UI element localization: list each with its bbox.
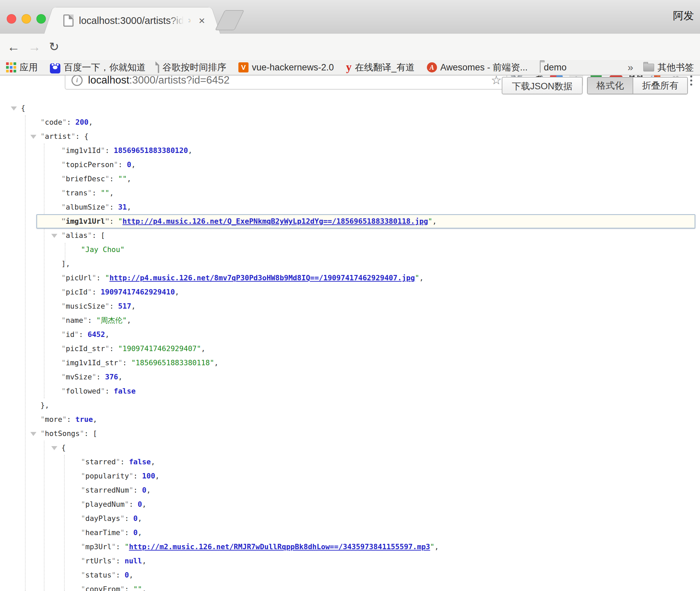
- other-bookmarks-label: 其他书签: [658, 61, 694, 73]
- json-token: ],: [61, 259, 70, 268]
- json-url-link[interactable]: http://m2.music.126.net/RMJR7wDullRqppBk…: [129, 542, 430, 551]
- json-token: code: [45, 118, 62, 126]
- json-token: rtUrls: [85, 557, 112, 565]
- json-token: ": [430, 542, 435, 551]
- json-line: "briefDesc": "",: [0, 172, 700, 186]
- minimize-window-button[interactable]: [22, 14, 31, 24]
- json-token: ": [61, 203, 66, 211]
- collapse-toggle-icon[interactable]: [51, 446, 57, 450]
- profile-name[interactable]: 阿发: [673, 9, 694, 23]
- json-token: img1v1Id_str: [66, 359, 118, 367]
- json-token: img1v1Url: [66, 217, 105, 225]
- json-token: ": [81, 458, 85, 466]
- json-token: ": [105, 274, 109, 282]
- json-token: playedNum: [85, 500, 125, 508]
- json-line: "topicPerson": 0,: [0, 158, 700, 172]
- close-window-button[interactable]: [7, 14, 16, 24]
- other-bookmarks-button[interactable]: 其他书签: [643, 61, 694, 73]
- folder-icon: [643, 64, 654, 71]
- json-token: ,: [151, 458, 155, 466]
- json-token: 517: [118, 302, 131, 310]
- forward-icon[interactable]: →: [25, 34, 44, 60]
- json-line: "musicSize": 517,: [0, 299, 700, 313]
- json-token: ": [61, 146, 66, 155]
- json-url-link[interactable]: http://p4.music.126.net/8mv7qP30Pd3oHW8b…: [109, 274, 415, 282]
- json-token: 6452: [88, 330, 105, 339]
- json-token: ": [112, 571, 116, 579]
- json-token: ,: [146, 486, 151, 494]
- bookmark-item-4[interactable]: Vvue-hackernews-2.0: [238, 62, 334, 73]
- json-token: 0: [133, 514, 138, 523]
- reload-icon[interactable]: ↻: [45, 34, 63, 60]
- bookmark-item-6[interactable]: AAwesomes - 前端资...: [427, 61, 528, 73]
- url-path: :3000/artists?id=6452: [129, 74, 229, 86]
- collapse-all-button[interactable]: 折叠所有: [633, 77, 687, 94]
- json-line: "name": "周杰伦",: [0, 313, 700, 328]
- tab-close-icon[interactable]: ×: [199, 15, 205, 26]
- json-token: :: [118, 160, 127, 169]
- json-token: :: [92, 231, 101, 240]
- json-token: ,: [142, 500, 146, 508]
- json-token: copyFrom: [85, 585, 120, 591]
- json-token: false: [129, 458, 151, 466]
- json-token: ": [114, 160, 118, 169]
- bookmark-item-5[interactable]: y在线翻译_有道: [346, 61, 415, 73]
- collapse-toggle-icon[interactable]: [51, 234, 57, 238]
- json-token: ": [81, 542, 85, 551]
- json-token: ": [61, 330, 66, 339]
- page-info-icon[interactable]: i: [71, 75, 83, 86]
- back-icon[interactable]: ←: [4, 34, 23, 60]
- browser-menu-icon[interactable]: [690, 75, 692, 86]
- json-token: popularity: [85, 472, 129, 480]
- zoom-window-button[interactable]: [36, 14, 46, 24]
- bookmark-item-1[interactable]: 应用: [6, 61, 38, 73]
- json-token: ": [61, 316, 66, 324]
- json-line: {: [0, 101, 700, 115]
- bookmark-item-7[interactable]: demo: [540, 62, 567, 73]
- json-token: ": [71, 132, 76, 141]
- json-line: "status": 0,: [0, 568, 700, 582]
- collapse-toggle-icon[interactable]: [11, 106, 17, 111]
- json-token: :: [109, 302, 118, 310]
- json-token: :: [79, 330, 88, 339]
- download-json-button[interactable]: 下载JSON数据: [502, 77, 583, 94]
- browser-tab[interactable]: localhost:3000/artists?id=645 ×: [53, 7, 211, 34]
- json-token: ,: [138, 514, 142, 523]
- json-token: img1v1Id: [66, 146, 101, 155]
- json-token: name: [66, 316, 83, 324]
- json-token: :: [67, 415, 76, 424]
- json-token: :: [120, 458, 129, 466]
- json-token: :: [109, 203, 118, 211]
- page-favicon-icon: [63, 14, 74, 27]
- json-line: "starred": false,: [0, 455, 700, 469]
- json-url-link[interactable]: http://p4.music.126.net/Q_ExePNkmqB2yWyL…: [122, 217, 428, 225]
- bookmark-item-2[interactable]: 百度一下，你就知道: [50, 61, 146, 74]
- json-token: ,: [142, 557, 146, 565]
- json-token: :: [133, 486, 142, 494]
- new-tab-button[interactable]: [215, 10, 244, 30]
- json-token: ": [105, 203, 109, 211]
- collapse-toggle-icon[interactable]: [30, 432, 36, 436]
- json-token: ": [92, 274, 96, 282]
- json-line: "more": true,: [0, 412, 700, 427]
- json-token: ": [81, 500, 85, 508]
- json-token: followed: [66, 387, 101, 395]
- json-line: "picId_str": "19097417462929407",: [0, 342, 700, 356]
- json-token: ": [81, 528, 85, 537]
- collapse-toggle-icon[interactable]: [30, 135, 36, 139]
- bookmark-item-3[interactable]: 谷歌按时间排序: [158, 61, 226, 73]
- json-token: ": [61, 160, 66, 169]
- window-controls: [7, 14, 46, 24]
- json-token: "周杰伦": [96, 316, 127, 324]
- json-token: },: [40, 401, 49, 409]
- json-token: ": [124, 542, 129, 551]
- json-token: ": [61, 373, 66, 381]
- json-token: ": [61, 387, 66, 395]
- json-token: ": [40, 118, 45, 126]
- json-token: more: [45, 415, 62, 424]
- format-button[interactable]: 格式化: [588, 77, 633, 94]
- json-token: :: [105, 387, 114, 395]
- json-token: ": [124, 500, 129, 508]
- apps-grid-icon: [6, 62, 16, 72]
- bookmarks-overflow-icon[interactable]: »: [628, 62, 633, 73]
